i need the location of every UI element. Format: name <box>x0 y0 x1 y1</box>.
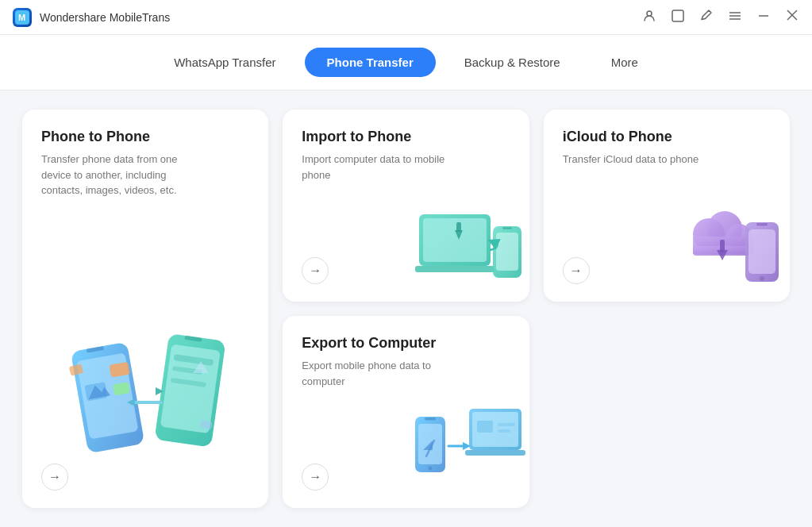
close-button[interactable] <box>785 8 799 26</box>
svg-rect-29 <box>423 218 487 262</box>
import-illustration <box>415 206 518 294</box>
svg-rect-35 <box>502 227 512 229</box>
icloud-illustration <box>675 206 779 294</box>
svg-rect-58 <box>477 421 493 433</box>
menu-icon[interactable] <box>728 9 742 25</box>
card-icloud-desc: Transfer iCloud data to phone <box>563 152 722 167</box>
edit-icon[interactable] <box>699 9 714 25</box>
svg-rect-34 <box>496 233 518 271</box>
tab-whatsapp[interactable]: WhatsApp Transfer <box>152 48 298 77</box>
minimize-icon[interactable] <box>756 9 771 25</box>
card-phone-to-phone-title: Phone to Phone <box>41 129 249 145</box>
svg-rect-59 <box>498 423 515 426</box>
svg-rect-46 <box>756 223 768 226</box>
titlebar-left: M Wondershare MobileTrans <box>13 8 170 27</box>
phone-to-phone-illustration <box>66 317 225 492</box>
svg-rect-57 <box>465 450 525 456</box>
export-illustration <box>415 405 518 500</box>
titlebar: M Wondershare MobileTrans <box>0 0 812 35</box>
app-icon: M <box>13 8 32 27</box>
card-import-desc: Import computer data to mobile phone <box>302 152 460 183</box>
tab-more[interactable]: More <box>589 48 660 77</box>
svg-point-51 <box>428 467 432 471</box>
card-icloud-to-phone[interactable]: iCloud to Phone Transfer iCloud data to … <box>544 110 790 302</box>
export-to-computer-arrow[interactable]: → <box>302 464 329 490</box>
phone-to-phone-arrow[interactable]: → <box>41 464 68 490</box>
card-import-title: Import to Phone <box>302 129 510 145</box>
app-title: Wondershare MobileTrans <box>40 11 170 24</box>
card-export-to-computer[interactable]: Export to Computer Export mobile phone d… <box>283 316 529 508</box>
main-content: Phone to Phone Transfer phone data from … <box>0 90 812 527</box>
profile-icon[interactable] <box>642 9 656 25</box>
nav-bar: WhatsApp Transfer Phone Transfer Backup … <box>0 35 812 90</box>
card-icloud-title: iCloud to Phone <box>563 129 771 145</box>
svg-rect-43 <box>720 240 725 252</box>
card-export-title: Export to Computer <box>302 335 510 352</box>
svg-rect-60 <box>498 429 510 433</box>
icloud-to-phone-arrow[interactable]: → <box>563 257 590 284</box>
window-icon[interactable] <box>671 9 685 25</box>
import-to-phone-arrow[interactable]: → <box>302 257 329 284</box>
svg-point-2 <box>647 11 652 16</box>
svg-rect-50 <box>425 417 436 421</box>
titlebar-controls <box>642 8 799 26</box>
svg-rect-45 <box>749 229 775 274</box>
tab-backup-restore[interactable]: Backup & Restore <box>442 48 583 77</box>
svg-rect-30 <box>415 266 495 272</box>
card-import-to-phone[interactable]: Import to Phone Import computer data to … <box>283 110 529 302</box>
svg-point-47 <box>760 276 764 281</box>
svg-rect-3 <box>672 10 683 21</box>
tab-phone-transfer[interactable]: Phone Transfer <box>305 48 436 77</box>
card-phone-to-phone-desc: Transfer phone data from one device to a… <box>41 152 200 198</box>
svg-text:M: M <box>18 13 25 22</box>
svg-rect-32 <box>456 222 461 232</box>
card-export-desc: Export mobile phone data to computer <box>302 358 460 389</box>
card-phone-to-phone[interactable]: Phone to Phone Transfer phone data from … <box>22 110 268 508</box>
